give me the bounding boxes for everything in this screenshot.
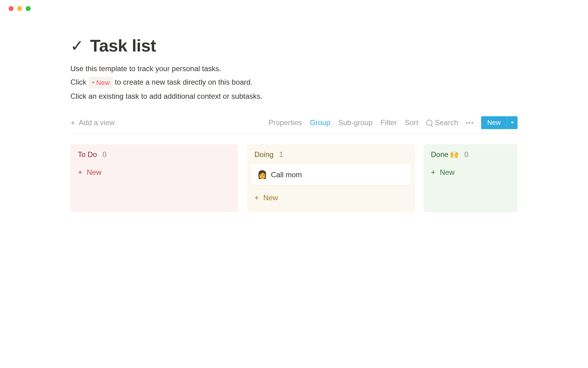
column-title: Done 🙌 <box>431 150 459 159</box>
plus-icon: + <box>254 193 259 202</box>
minimize-window-button[interactable] <box>17 6 22 11</box>
description-line-3: Click an existing task to add additional… <box>70 90 518 102</box>
column-done: Done 🙌 0 + New <box>424 144 518 212</box>
kanban-board: To Do 0 + New Doing 1 👩 Call mom + New <box>70 144 518 212</box>
description-line-2: Click + New to create a new task directl… <box>70 76 518 89</box>
properties-button[interactable]: Properties <box>268 118 302 127</box>
add-card-button-doing[interactable]: + New <box>251 190 410 205</box>
subgroup-button[interactable]: Sub-group <box>338 118 373 127</box>
new-button[interactable]: New <box>481 116 507 129</box>
chevron-down-icon <box>511 122 514 124</box>
column-count: 0 <box>103 150 107 159</box>
add-card-button-done[interactable]: + New <box>428 164 513 180</box>
column-todo: To Do 0 + New <box>70 144 238 212</box>
filter-button[interactable]: Filter <box>381 118 397 127</box>
maximize-window-button[interactable] <box>26 6 31 11</box>
close-window-button[interactable] <box>9 6 13 11</box>
page-title[interactable]: Task list <box>90 36 156 56</box>
sort-button[interactable]: Sort <box>405 118 418 127</box>
new-dropdown-button[interactable] <box>507 116 518 129</box>
new-button-group: New <box>481 116 518 129</box>
column-header-done[interactable]: Done 🙌 0 <box>428 150 513 164</box>
view-toolbar: + Add a view Properties Group Sub-group … <box>70 116 518 134</box>
column-header-todo[interactable]: To Do 0 <box>75 150 234 164</box>
page-description: Use this template to track your personal… <box>70 63 518 102</box>
plus-icon: + <box>92 78 95 87</box>
column-doing: Doing 1 👩 Call mom + New <box>247 144 415 212</box>
page-icon[interactable]: ✓ <box>70 36 84 55</box>
inline-new-badge: + New <box>89 77 113 89</box>
description-line-1: Use this template to track your personal… <box>70 63 518 75</box>
group-button[interactable]: Group <box>310 118 330 127</box>
plus-icon: + <box>78 167 82 177</box>
plus-icon: + <box>70 118 75 128</box>
card-title: Call mom <box>271 171 302 179</box>
column-header-doing[interactable]: Doing 1 <box>251 150 410 164</box>
column-count: 1 <box>279 150 283 159</box>
column-title: To Do <box>78 150 97 159</box>
window-controls <box>0 0 588 11</box>
card-call-mom[interactable]: 👩 Call mom <box>251 164 410 185</box>
raised-hands-icon: 🙌 <box>450 150 459 159</box>
card-emoji-icon: 👩 <box>257 170 267 179</box>
column-title: Doing <box>254 150 273 159</box>
column-count: 0 <box>464 150 468 159</box>
search-button[interactable]: Search <box>426 118 458 127</box>
add-card-button-todo[interactable]: + New <box>75 164 234 180</box>
plus-icon: + <box>431 167 435 177</box>
page-header: ✓ Task list <box>70 36 518 56</box>
more-options-button[interactable] <box>466 122 473 124</box>
add-view-button[interactable]: + Add a view <box>70 118 115 128</box>
search-icon <box>426 120 432 126</box>
